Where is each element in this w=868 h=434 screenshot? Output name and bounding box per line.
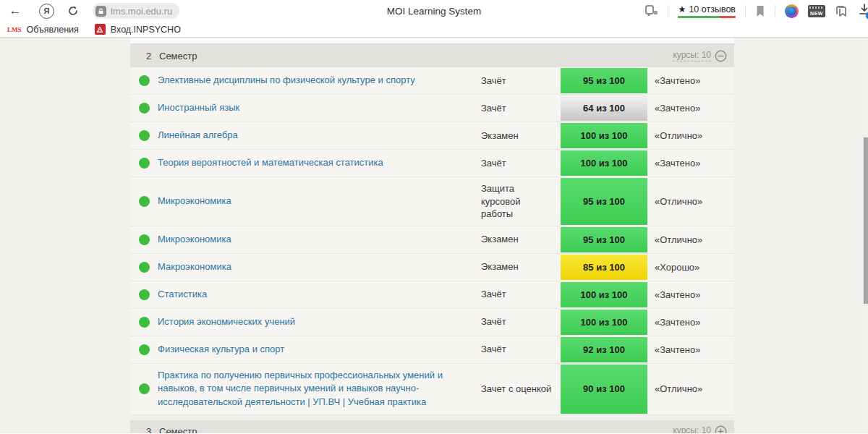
status-dot-icon [139,289,150,300]
bookmark-flag-icon[interactable] [755,5,765,17]
course-row: Статистика Зачёт 100 из 100 «Зачтено» [130,281,734,309]
lms-page: 2 Семестр курсы: 10 Элективные дисциплин… [0,38,868,433]
status-dot-icon [139,383,150,394]
scrollbar-thumb[interactable] [864,137,868,304]
score-badge: 95 из 100 [561,178,647,225]
course-link[interactable]: Физическая культура и спорт [158,336,481,363]
course-link[interactable]: Иностранный язык [158,95,481,122]
assessment-type: Защита курсовой работы [481,177,561,226]
yandex-browser-icon[interactable]: Я [39,4,54,19]
score-badge: 92 из 100 [561,337,647,362]
site-widgets-icon[interactable] [645,5,658,17]
new-movies-extension-icon[interactable]: NEW [808,5,825,17]
toolbar-separator [775,5,775,17]
inpsycho-favicon [95,24,106,35]
assessment-type: Зачёт [481,281,561,308]
lock-icon[interactable] [95,6,106,17]
toolbar-separator [745,5,746,17]
grade-text: «Зачтено» [647,67,734,94]
score-badge: 95 из 100 [561,68,647,93]
course-row: Иностранный язык Зачёт 64 из 100 «Зачтен… [130,95,734,122]
course-link[interactable]: Теория вероятностей и математическая ста… [158,150,481,176]
course-row: Микроэкономика Защита курсовой работы 95… [130,177,734,226]
course-row: Линейная алгебра Экзамен 100 из 100 «Отл… [130,122,734,150]
url-text: lms.moi.edu.ru [111,6,172,17]
course-row: Макроэкономика Экзамен 85 из 100 «Хорошо… [130,254,734,281]
scrollbar-track[interactable] [863,38,868,433]
course-row: Физическая культура и спорт Зачёт 92 из … [130,336,734,364]
status-dot-icon [139,344,150,355]
assessment-type: Зачёт [481,67,561,94]
assessment-type: Зачёт [481,95,561,122]
site-reviews-widget[interactable]: ★ 10 отзывов [678,4,736,18]
collapse-icon[interactable] [715,50,727,62]
star-icon: ★ [678,4,686,14]
bookmark-announcements[interactable]: LMS Объявления [7,25,79,35]
score-badge: 100 из 100 [561,150,647,176]
course-row: История экономических учений Зачёт 100 и… [130,309,734,336]
assessment-type: Зачёт [481,309,561,336]
grade-text: «Зачтено» [647,95,734,122]
semester-number: 2 [146,51,159,61]
score-badge: 90 из 100 [561,365,647,414]
status-dot-icon [139,75,150,86]
course-link[interactable]: Элективные дисциплины по физической куль… [158,67,481,94]
grade-text: «Отлично» [647,177,734,226]
courses-count-link[interactable]: курсы: 10 [673,50,711,61]
assessment-type: Экзамен [481,226,561,253]
courses-count-link[interactable]: курсы: 10 [673,425,711,433]
courses-table: Элективные дисциплины по физической куль… [130,67,734,415]
course-link[interactable]: Макроэкономика [158,254,481,281]
status-dot-icon [139,317,150,328]
grade-text: «Хорошо» [647,254,734,281]
score-badge: 85 из 100 [561,255,647,280]
course-link[interactable]: Статистика [158,281,481,308]
refresh-button[interactable] [64,5,82,17]
assessment-type: Экзамен [481,122,561,149]
bookmark-inpsycho-login[interactable]: Вход.INPSYCHO [95,24,181,35]
semester-title: Семестр [159,426,197,433]
expand-icon[interactable] [715,425,727,433]
grade-text: «Зачтено» [647,309,734,336]
browser-toolbar: ← Я lms.moi.edu.ru MOI Learning System [0,0,868,22]
assessment-type: Зачет с оценкой [481,364,561,415]
reviews-rating-bar [678,16,736,18]
course-row: Практика по получению первичных професси… [130,364,734,416]
semester-2-header: 2 Семестр курсы: 10 [130,44,734,67]
course-link[interactable]: Практика по получению первичных професси… [158,364,481,415]
grade-text: «Отлично» [647,226,734,253]
address-bar[interactable]: lms.moi.edu.ru [93,3,179,19]
score-badge: 64 из 100 [561,95,647,121]
score-badge: 100 из 100 [561,282,647,307]
assessment-type: Зачёт [481,150,561,176]
course-row: Микроэкономика Экзамен 95 из 100 «Отличн… [130,226,734,254]
assessment-type: Экзамен [481,254,561,281]
course-link[interactable]: Линейная алгебра [158,122,481,149]
bookmarks-bar: LMS Объявления Вход.INPSYCHO [0,22,868,38]
refresh-icon [67,5,79,17]
status-dot-icon [139,262,150,273]
section-gap [130,415,734,420]
bookmark-label: Вход.INPSYCHO [111,25,181,35]
course-link[interactable]: Микроэкономика [158,226,481,253]
course-link[interactable]: История экономических учений [158,309,481,336]
grade-text: «Зачтено» [647,150,734,176]
reviews-label: 10 отзывов [689,4,736,14]
downloads-button[interactable]: 2 [858,3,868,19]
collections-icon[interactable] [835,5,848,17]
extension-sphere-icon[interactable] [785,4,799,18]
semester-number: 3 [146,426,159,433]
score-badge: 100 из 100 [561,123,647,148]
sphere-core [788,7,796,15]
score-badge: 100 из 100 [561,310,647,335]
score-badge: 95 из 100 [561,227,647,252]
grade-text: «Зачтено» [647,336,734,363]
back-button[interactable]: ← [4,4,26,18]
course-link[interactable]: Микроэкономика [158,177,481,226]
grade-text: «Зачтено» [647,281,734,308]
semester-3-header: 3 Семестр курсы: 10 [130,420,734,433]
semester-title: Семестр [159,51,197,61]
assessment-type: Зачёт [481,336,561,363]
course-row: Теория вероятностей и математическая ста… [130,150,734,177]
status-dot-icon [139,196,150,207]
